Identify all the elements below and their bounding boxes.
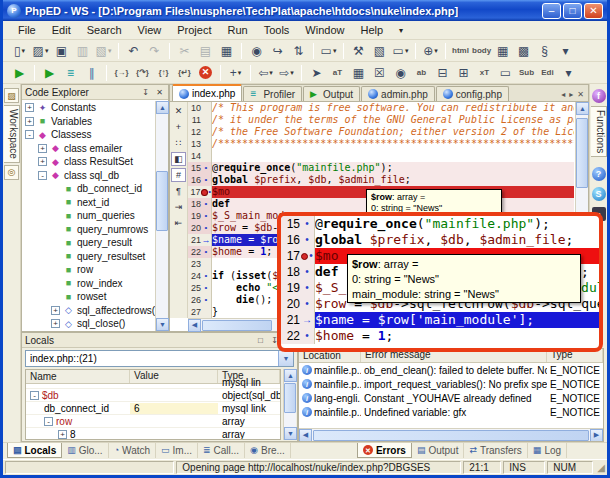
build-tools-button[interactable]: ⚒ (349, 41, 368, 60)
bottom-tab-call-stack[interactable]: ≣Call... (198, 443, 245, 458)
copy-button[interactable]: ▤ (196, 41, 215, 60)
code-line[interactable]: /* This program is free software. You ca… (212, 102, 574, 114)
form-reset-button[interactable]: Edi (538, 63, 557, 82)
close-button[interactable]: ✕ (584, 3, 603, 19)
dropdown-arrow-icon[interactable]: ▾ (290, 69, 294, 77)
scroll-right-icon[interactable]: ▶ (590, 429, 603, 442)
dropdown-arrow-icon[interactable]: ▾ (238, 69, 242, 77)
code-line[interactable]: $home = 1; (315, 328, 599, 344)
editor-line[interactable]: 10/* This program is free software. You … (188, 102, 574, 114)
scroll-left-icon[interactable]: ◀ (299, 429, 312, 442)
chevron-down-icon[interactable]: ▼ (278, 351, 293, 366)
gutter[interactable]: 10 (188, 102, 212, 114)
gutter[interactable]: 17• (281, 248, 315, 264)
menu-view[interactable]: View (131, 22, 169, 38)
run-button[interactable]: ▶ (10, 63, 29, 82)
error-row[interactable]: ilang-engli...Constant _YOUHAVE already … (299, 391, 603, 405)
editor-line[interactable]: 12/* the Free Software Foundation; eithe… (188, 126, 574, 138)
resize-grip[interactable]: ◢ (597, 462, 605, 473)
copy-special-button[interactable]: ▧▾ (94, 41, 113, 60)
gutter[interactable]: 20• (188, 222, 212, 234)
gutter[interactable]: 16• (281, 232, 315, 248)
gutter[interactable]: 24• (188, 270, 212, 282)
minimize-button[interactable]: – (542, 3, 561, 19)
tab-close-icon[interactable]: ✕ (577, 90, 584, 99)
menu-project[interactable]: Project (170, 22, 218, 38)
tab-Output[interactable]: ▶Output (303, 86, 360, 101)
code-line[interactable] (212, 150, 574, 162)
help-icon[interactable]: ? (592, 167, 606, 181)
tab-scroll-left-icon[interactable]: ◂ (561, 90, 565, 99)
tree-expander-icon[interactable]: + (38, 144, 47, 153)
bookmark-icon[interactable]: + (171, 120, 186, 134)
gutter[interactable]: 19• (188, 210, 212, 222)
toolbar-overflow-button[interactable]: ▾ (556, 41, 575, 60)
dropdown-arrow-icon[interactable]: ▾ (405, 47, 409, 55)
gutter[interactable]: 11 (188, 114, 212, 126)
form-align-v-button[interactable]: ⊞ (454, 63, 473, 82)
explorer-scrollbar[interactable]: ▲ ▼ (155, 101, 168, 331)
tree-item[interactable]: -◆class sql_db (22, 169, 155, 183)
insert-link-button[interactable]: § (535, 41, 554, 60)
locals-scrollbar[interactable]: ▲ ▼ (283, 369, 296, 440)
tree-item[interactable]: +■Variables (22, 115, 155, 129)
new-file-button[interactable]: ▯▾ (10, 41, 29, 60)
tree-item[interactable]: ■num_queries (22, 209, 155, 223)
scroll-down-icon[interactable]: ▼ (156, 318, 169, 331)
pause-button[interactable]: ∥ (82, 63, 101, 82)
tree-expander-icon[interactable]: + (51, 319, 60, 328)
column-header[interactable]: Value (130, 370, 218, 383)
locals-row[interactable]: +8array (26, 428, 280, 440)
tree-item[interactable]: ■query_numrows (22, 223, 155, 237)
dropdown-arrow-icon[interactable]: ▾ (45, 47, 49, 55)
zoomed-editor-line[interactable]: 21→$name = $row['main_module']; (281, 312, 599, 328)
form-checkbox-button[interactable]: ☒ (370, 63, 389, 82)
dropdown-arrow-icon[interactable]: ▾ (269, 69, 273, 77)
close-icon[interactable]: ✕ (154, 88, 165, 97)
error-row[interactable]: imainfile.p...import_request_variables()… (299, 377, 603, 391)
menu-edit[interactable]: Edit (45, 22, 78, 38)
error-row[interactable]: imainfile.p...ob_end_clean(): failed to … (299, 363, 603, 377)
gutter[interactable]: 21→ (188, 234, 212, 246)
toolbar-overflow-button[interactable]: ▾ (559, 63, 578, 82)
browser-preview-button[interactable]: ▭▾ (319, 41, 338, 60)
context-combobox[interactable]: index.php::(21) ▼ (25, 350, 294, 367)
zoomed-editor-line[interactable]: 15•@require_once("mainfile.php"); (281, 216, 599, 232)
code-line[interactable]: /* it under the terms of the GNU General… (212, 114, 574, 126)
code-line[interactable]: /***************************************… (212, 138, 574, 150)
gutter[interactable]: 14 (188, 150, 212, 162)
tree-item[interactable]: ■query_result (22, 236, 155, 250)
tree-item[interactable]: ■query_resultset (22, 250, 155, 264)
form-align-h-button[interactable]: ⊟ (433, 63, 452, 82)
gutter[interactable]: 22• (281, 328, 315, 344)
gutter[interactable]: 27 (188, 306, 212, 318)
gutter[interactable]: 21→ (281, 312, 315, 328)
step-out-button[interactable]: {↑} (154, 63, 173, 82)
bottom-tab-breakpoints[interactable]: ◉Bre... (245, 443, 291, 458)
dropdown-arrow-icon[interactable]: ▾ (22, 47, 26, 55)
maximize-button[interactable]: □ (563, 3, 582, 19)
code-line[interactable]: @require_once("mainfile.php"); (315, 216, 599, 232)
zoomed-editor-line[interactable]: 22•$home = 1; (281, 328, 599, 344)
dropdown-arrow-icon[interactable]: ▾ (333, 47, 337, 55)
special-chars-icon[interactable]: ∷ (171, 136, 186, 150)
bottom-tab-transfers[interactable]: ⇄Transfers (464, 443, 527, 458)
outdent-icon[interactable]: ⇤ (171, 216, 186, 230)
bottom-tab-globals[interactable]: ▥Glo... (62, 443, 108, 458)
gutter[interactable]: 19• (281, 280, 315, 296)
scroll-left-icon[interactable]: ◀ (188, 319, 201, 332)
insert-table-button[interactable]: ▦ (493, 41, 512, 60)
code-line[interactable]: $name = $row['main_module']; (315, 312, 599, 328)
zoom-button[interactable]: ⊕▾ (421, 41, 440, 60)
replace-button[interactable]: ⇅ (289, 41, 308, 60)
tree-expander-icon[interactable]: + (38, 157, 47, 166)
gutter[interactable]: 22• (188, 246, 212, 258)
margin-icon[interactable]: ◧ (171, 152, 186, 166)
bottom-tab-immediate[interactable]: ▭Im... (156, 443, 198, 458)
menu-overflow-icon[interactable]: ▾ (392, 24, 410, 37)
bottom-tab-watch[interactable]: ◔Watch (109, 443, 156, 458)
form-select-button[interactable]: ➤ (307, 63, 326, 82)
breakpoint-icon[interactable] (301, 253, 308, 260)
gutter[interactable]: 23 (188, 258, 212, 270)
form-image-button[interactable]: ▦ (349, 63, 368, 82)
